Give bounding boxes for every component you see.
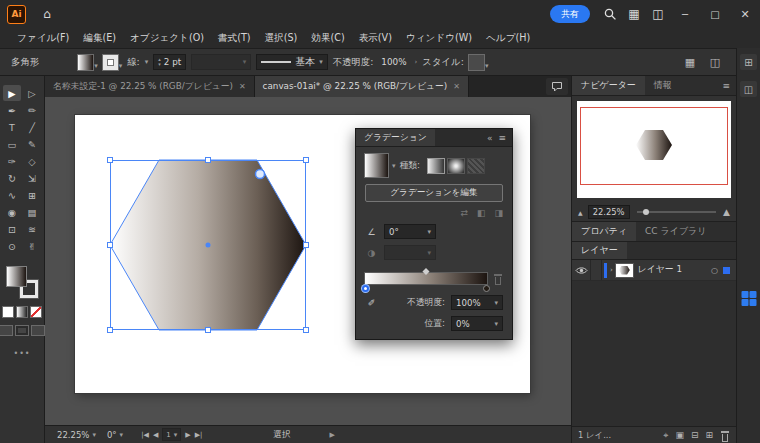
tab-info[interactable]: 情報	[645, 76, 681, 95]
collapsed-panel-icon-a[interactable]: ⊞	[740, 54, 757, 70]
gradient-angle-field[interactable]: 0° ▾	[384, 224, 436, 239]
lock-toggle[interactable]	[591, 260, 602, 280]
zoom-out-icon[interactable]: ▲	[578, 209, 583, 216]
canvas-area[interactable]: グラデーション « ≡ ▾	[45, 97, 571, 425]
blend-tool[interactable]: ≋	[23, 221, 41, 237]
stepper-arrows-icon[interactable]: ▴▾	[158, 57, 161, 67]
gradient-stop-end[interactable]	[483, 285, 490, 292]
free-transform-tool[interactable]: ⊞	[23, 187, 41, 203]
previous-artboard-button[interactable]: ◀	[153, 431, 158, 439]
eyedropper-icon[interactable]: ✐	[365, 298, 378, 308]
radial-gradient-button[interactable]	[448, 159, 464, 173]
collapse-panel-icon[interactable]: «	[487, 133, 493, 143]
scale-tool[interactable]: ⇲	[23, 170, 41, 186]
zoom-level-select[interactable]: 22.25% ▾	[54, 430, 99, 440]
search-icon[interactable]	[598, 3, 622, 25]
curvature-tool[interactable]: ✏	[23, 102, 41, 118]
draw-inside-button[interactable]	[32, 326, 44, 335]
direct-selection-tool[interactable]: ▷	[23, 85, 41, 101]
panel-menu-icon[interactable]: ≡	[498, 133, 506, 143]
navigator-preview[interactable]	[577, 101, 731, 198]
reverse-gradient-icon[interactable]: ⇄	[460, 208, 468, 218]
stroke-weight-field[interactable]: ▴▾ 2 pt	[153, 54, 186, 70]
new-layer-icon[interactable]: ⊞	[705, 430, 713, 440]
artboard-number-select[interactable]: 1 ▾	[162, 428, 181, 441]
rotation-select[interactable]: 0° ▾	[104, 430, 126, 440]
close-tab-icon[interactable]: ✕	[239, 82, 246, 91]
fill-indicator[interactable]	[7, 267, 26, 286]
zoom-in-icon[interactable]: ▲	[723, 207, 730, 217]
selection-tool[interactable]: ▶	[3, 85, 21, 101]
first-artboard-button[interactable]: |◀	[141, 431, 149, 439]
next-artboard-button[interactable]: ▶	[185, 431, 190, 439]
gradient-tool[interactable]: ▤	[23, 204, 41, 220]
layer-target-icon[interactable]: ○	[711, 266, 718, 275]
gradient-stop-start[interactable]	[362, 285, 369, 292]
gradient-stop-right-icon[interactable]: ◨	[494, 208, 503, 218]
pen-tool[interactable]: ✒	[3, 102, 21, 118]
gradient-panel-tab[interactable]: グラデーション	[356, 129, 435, 146]
stop-opacity-field[interactable]: 100% ▾	[451, 295, 503, 310]
layers-panel-body[interactable]	[572, 281, 736, 426]
close-tab-icon[interactable]: ✕	[453, 82, 460, 91]
layer-selection-chip[interactable]	[723, 267, 730, 274]
gradient-stop-left-icon[interactable]: ◧	[477, 208, 486, 218]
workspace-switcher-icon[interactable]: ▦	[622, 3, 646, 25]
status-bar-options-icon[interactable]: ▶	[329, 431, 334, 439]
menu-window[interactable]: ウィンドウ(W)	[399, 32, 479, 45]
gradient-slider[interactable]	[365, 273, 487, 284]
gradient-button[interactable]	[17, 307, 27, 317]
zoom-slider-thumb[interactable]	[643, 209, 649, 215]
shaper-tool[interactable]: ◇	[23, 153, 41, 169]
delete-layer-icon[interactable]	[720, 431, 730, 442]
center-point[interactable]	[206, 243, 211, 248]
preferences-icon[interactable]: ◫	[705, 53, 725, 71]
menu-select[interactable]: 選択(S)	[258, 32, 305, 45]
tab-cc-libraries[interactable]: CC ライブラリ	[636, 222, 715, 241]
freeform-gradient-button[interactable]	[468, 159, 484, 173]
draw-behind-button[interactable]	[16, 326, 28, 335]
draw-normal-button[interactable]	[0, 326, 12, 335]
share-button[interactable]: 共有	[550, 5, 590, 23]
locate-object-icon[interactable]: ⌖	[663, 430, 668, 441]
menu-file[interactable]: ファイル(F)	[10, 32, 76, 45]
clipping-mask-icon[interactable]: ▣	[675, 430, 684, 440]
expand-layer-icon[interactable]: ›	[610, 266, 613, 274]
panel-menu-icon[interactable]: ≡	[716, 76, 736, 95]
menu-edit[interactable]: 編集(E)	[76, 32, 123, 45]
color-button[interactable]	[3, 307, 13, 317]
width-tool[interactable]: ∿	[3, 187, 21, 203]
fill-stroke-control[interactable]	[7, 267, 38, 298]
comment-icon[interactable]	[546, 78, 568, 95]
aspect-ratio-field[interactable]: ▾	[384, 245, 436, 260]
arrange-documents-icon[interactable]: ◫	[646, 3, 670, 25]
edit-toolbar-button[interactable]: •••	[13, 349, 30, 358]
rectangle-tool[interactable]: ▭	[3, 136, 21, 152]
tab-layers[interactable]: レイヤー	[572, 242, 627, 259]
width-profile-dropdown[interactable]: ▾	[191, 54, 251, 70]
eyedropper-tool[interactable]: ◉	[3, 204, 21, 220]
line-segment-tool[interactable]: ╱	[23, 119, 41, 135]
layer-row[interactable]: › レイヤー 1 ○	[572, 260, 736, 281]
layer-name[interactable]: レイヤー 1	[638, 264, 682, 276]
opacity-options-icon[interactable]: ›	[415, 58, 418, 66]
stroke-color-picker[interactable]: ▾	[103, 55, 123, 70]
stroke-style-dropdown[interactable]: 基本 ▾	[256, 54, 328, 70]
stop-position-field[interactable]: 0% ▾	[451, 316, 503, 331]
gradient-swatch[interactable]	[365, 154, 388, 177]
none-button[interactable]	[31, 307, 41, 317]
minimize-button[interactable]: ─	[670, 0, 700, 28]
delete-stop-icon[interactable]	[493, 274, 503, 285]
edit-gradient-button[interactable]: グラデーションを編集	[365, 184, 503, 202]
navigator-zoom-field[interactable]: 22.25%	[588, 205, 630, 219]
collapsed-panel-icon-b[interactable]: ◫	[740, 81, 757, 97]
home-icon[interactable]: ⌂	[35, 3, 59, 25]
layer-thumbnail[interactable]	[616, 264, 633, 277]
mesh-tool[interactable]: ⊡	[3, 221, 21, 237]
windows-logo-icon[interactable]	[741, 291, 756, 306]
opacity-field[interactable]: 100%	[378, 54, 409, 70]
document-tab-canvas01[interactable]: canvas-01ai* @ 22.25 % (RGB/プレビュー) ✕	[255, 76, 469, 97]
fill-color-picker[interactable]: ▾	[78, 55, 98, 70]
visibility-toggle[interactable]	[572, 260, 591, 280]
graphic-style-picker[interactable]: ▾	[469, 55, 489, 70]
